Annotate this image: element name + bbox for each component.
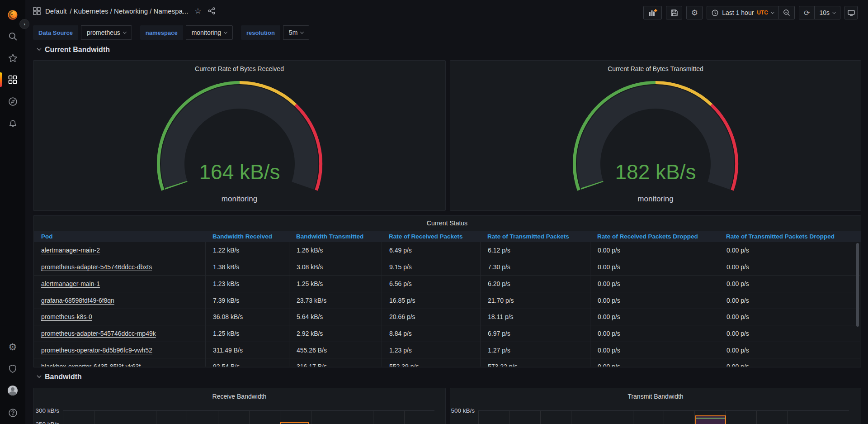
pod-link[interactable]: grafana-68598fdf49-6f8qn [41,297,114,304]
table-row[interactable]: blackbox-exporter-6435-85l3f-vk63f92.54 … [34,358,860,367]
table-cell: 0.00 p/s [590,309,719,325]
alerting-bell-icon[interactable] [0,115,25,131]
pod-link[interactable]: prometheus-operator-8d5b96fc9-vwh52 [41,347,152,354]
panel-transmit-bandwidth: Transmit Bandwidth 500 kB/s [450,388,861,424]
favorite-star-icon[interactable]: ☆ [194,6,201,16]
star-sidebar-icon[interactable] [0,50,25,66]
panel-title[interactable]: Receive Bandwidth [33,393,445,400]
pod-link[interactable]: prometheus-adapter-545746ddcc-dbxts [41,263,152,271]
zoom-out-button[interactable] [779,6,794,19]
pod-link[interactable]: prometheus-k8s-0 [41,313,92,320]
breadcrumb-dashboard[interactable]: / Kubernetes / Networking / Namespa... [70,7,189,15]
variable-value-dropdown[interactable]: monitoring [186,25,233,40]
column-header[interactable]: Rate of Received Packets [382,233,480,240]
table-row[interactable]: alertmanager-main-11.23 kB/s1.25 kB/s6.5… [34,275,860,292]
table-cell: 6.97 p/s [480,325,590,342]
variable-label[interactable]: namespace [140,25,183,40]
y-axis-tick: 300 kB/s [28,407,59,414]
table-row[interactable]: alertmanager-main-21.22 kB/s1.26 kB/s6.4… [34,242,860,259]
column-header[interactable]: Bandwidth Transmitted [289,233,382,240]
dashboard-settings-button[interactable]: ⚙ [686,6,703,19]
table-cell: 0.00 p/s [719,342,860,358]
variable-label[interactable]: Data Source [33,25,78,40]
table-cell: 1.25 kB/s [205,325,289,342]
pod-link[interactable]: alertmanager-main-1 [41,280,100,287]
section-bandwidth[interactable]: Bandwidth [38,373,82,381]
table-cell: 23.73 kB/s [289,292,382,309]
gridline [818,410,818,424]
breadcrumb-folder[interactable]: Default [45,7,67,15]
refresh-button[interactable]: ⟳ [799,6,814,19]
dashboard-grid-icon [33,7,41,15]
save-dashboard-button[interactable] [666,6,682,19]
gridline [373,410,373,424]
table-cell: 0.00 p/s [719,259,860,276]
variable-value-dropdown[interactable]: 5m [283,25,309,40]
sidebar-expand-button[interactable]: › [19,19,29,29]
table-cell: 0.00 p/s [590,342,719,358]
table-row[interactable]: prometheus-adapter-545746ddcc-mp49k1.25 … [34,325,860,342]
y-axis-tick: 250 kB/s [28,421,59,424]
pod-link[interactable]: prometheus-adapter-545746ddcc-mp49k [41,330,156,337]
tv-kiosk-button[interactable] [844,6,858,19]
table-row[interactable]: prometheus-k8s-036.08 kB/s5.64 kB/s20.66… [34,309,860,325]
search-icon[interactable] [0,28,25,44]
variable-value-dropdown[interactable]: prometheus [81,25,132,40]
timezone-label: UTC [757,10,768,16]
gridline [342,410,342,424]
section-current-bandwidth[interactable]: Current Bandwidth [38,46,110,54]
gridline [509,410,509,424]
gridline [63,410,434,411]
gridline [540,410,541,424]
gauge-transmitted: 182 kB/s [570,78,741,197]
panel-title[interactable]: Current Rate of Bytes Transmitted [450,65,861,72]
table-cell: 7.30 p/s [480,259,590,276]
column-header[interactable]: Pod [34,233,205,240]
table-scrollbar[interactable] [856,243,859,327]
variable-value: 5m [289,29,297,36]
table-row[interactable]: grafana-68598fdf49-6f8qn7.39 kB/s23.73 k… [34,292,860,309]
panel-title[interactable]: Current Rate of Bytes Received [33,65,445,72]
column-header[interactable]: Bandwidth Received [205,233,289,240]
share-icon[interactable] [208,7,215,14]
explore-compass-icon[interactable] [0,93,25,110]
table-cell: 21.70 p/s [480,292,590,309]
pod-link[interactable]: alertmanager-main-2 [41,247,100,254]
time-range-button[interactable]: Last 1 hour UTC [707,6,778,19]
table-cell: 36.08 kB/s [205,309,289,325]
annotation-region[interactable] [280,422,309,424]
table-row[interactable]: prometheus-adapter-545746ddcc-dbxts1.38 … [34,259,860,276]
table-cell: 6.56 p/s [382,276,480,292]
profile-avatar[interactable] [0,382,25,399]
add-panel-button[interactable] [643,6,662,19]
table-cell: 0.00 p/s [590,325,719,342]
gridline [633,410,633,424]
help-icon[interactable] [0,405,25,421]
table-cell: 1.27 p/s [480,342,590,358]
variable-resolution: resolution5m [241,25,309,40]
panel-gauge-received: Current Rate of Bytes Received 164 kB/s … [33,60,446,211]
table-cell: 311.49 B/s [205,342,289,358]
refresh-interval-dropdown[interactable]: 10s [815,6,840,19]
gridline [478,410,479,424]
column-header[interactable]: Rate of Transmitted Packets Dropped [719,233,861,240]
column-header[interactable]: Rate of Transmitted Packets [480,233,590,240]
gridline [63,410,63,424]
pod-link[interactable]: blackbox-exporter-6435-85l3f-vk63f [41,363,141,367]
annotation-region[interactable] [695,415,726,424]
server-admin-shield-icon[interactable] [0,361,25,377]
configuration-gear-icon[interactable]: ⚙ [0,338,25,355]
gridline [311,410,311,424]
table-cell: 0.00 p/s [719,242,860,259]
table-row[interactable]: prometheus-operator-8d5b96fc9-vwh52311.4… [34,342,860,358]
gridline [280,410,280,424]
gridline [664,410,664,424]
panel-title[interactable]: Transmit Bandwidth [450,393,861,400]
top-navbar: Default / Kubernetes / Networking / Name… [25,0,868,22]
variable-label[interactable]: resolution [241,25,280,40]
table-cell: 573.22 p/s [480,358,590,367]
panel-title[interactable]: Current Status [33,219,861,227]
dashboards-icon[interactable] [0,71,25,88]
table-cell: 6.20 p/s [480,276,590,292]
column-header[interactable]: Rate of Received Packets Dropped [590,233,719,240]
